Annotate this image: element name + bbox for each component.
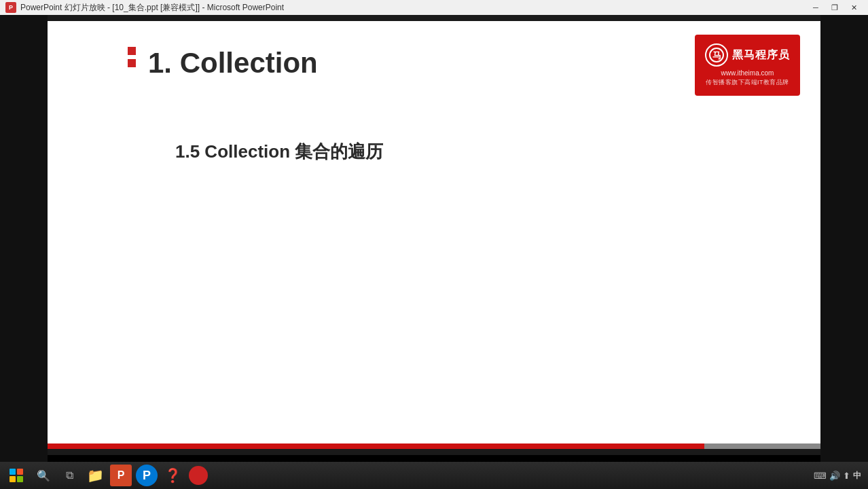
logo-horse-icon: 马 [705, 43, 728, 67]
logo-url: www.itheima.com [721, 69, 774, 77]
windows-logo-icon [10, 469, 23, 482]
systray-icons: ⌨ 🔊 ⬆ [814, 471, 850, 481]
close-button[interactable]: ✕ [845, 1, 863, 14]
slide-red-bar [48, 443, 820, 449]
window-controls: ─ ❐ ✕ [807, 1, 863, 14]
taskbar-app5[interactable] [186, 463, 211, 488]
title-bar-text: PowerPoint 幻灯片放映 - [10_集合.ppt [兼容模式]] - … [20, 2, 807, 14]
app-icon: P [5, 2, 16, 13]
explorer-icon: 📁 [84, 465, 106, 486]
logo-icon-row: 马 黑马程序员 [705, 43, 790, 67]
systray-lang[interactable]: 中 [853, 470, 861, 482]
logo-container: 马 黑马程序员 www.itheima.com 传智播客旗下高端IT教育品牌 [695, 35, 800, 96]
taskbar-app3[interactable]: P [134, 463, 159, 488]
slide-icon [128, 47, 141, 67]
app3-icon: P [136, 465, 158, 486]
taskbar-taskview[interactable]: ⧉ [57, 463, 82, 488]
app5-icon [189, 466, 208, 485]
win-taskbar: 🔍 ⧉ 📁 P P ❓ ⌨ 🔊 ⬆ 中 [0, 462, 868, 489]
taskbar-explorer[interactable]: 📁 [83, 463, 107, 488]
taskbar-search[interactable]: 🔍 [31, 463, 56, 488]
slide[interactable]: 1. Collection 马 黑马程序员 www.itheima.com 传智… [48, 21, 820, 449]
search-icon: 🔍 [37, 469, 50, 482]
taskbar-powerpoint[interactable]: P [109, 463, 133, 488]
battery-icon: ⬆ [843, 471, 850, 481]
svg-text:马: 马 [712, 50, 721, 60]
restore-button[interactable]: ❐ [826, 1, 844, 14]
powerpoint-icon: P [110, 465, 132, 486]
slide-container: 1. Collection 马 黑马程序员 www.itheima.com 传智… [48, 15, 820, 455]
network-icon: ⌨ [814, 471, 827, 481]
taskview-icon: ⧉ [66, 469, 73, 482]
logo-name: 黑马程序员 [732, 48, 790, 62]
app4-icon: ❓ [162, 465, 183, 486]
logo-slogan: 传智播客旗下高端IT教育品牌 [706, 78, 789, 87]
start-button[interactable] [3, 463, 30, 488]
left-panel [0, 15, 48, 470]
right-panel [820, 15, 868, 470]
title-bar: P PowerPoint 幻灯片放映 - [10_集合.ppt [兼容模式]] … [0, 0, 868, 15]
systray: ⌨ 🔊 ⬆ 中 [810, 470, 865, 482]
slide-subtitle: 1.5 Collection 集合的遍历 [175, 140, 383, 164]
slide-title: 1. Collection [148, 47, 318, 79]
volume-icon: 🔊 [829, 471, 840, 481]
minimize-button[interactable]: ─ [807, 1, 825, 14]
taskbar-app4[interactable]: ❓ [160, 463, 185, 488]
